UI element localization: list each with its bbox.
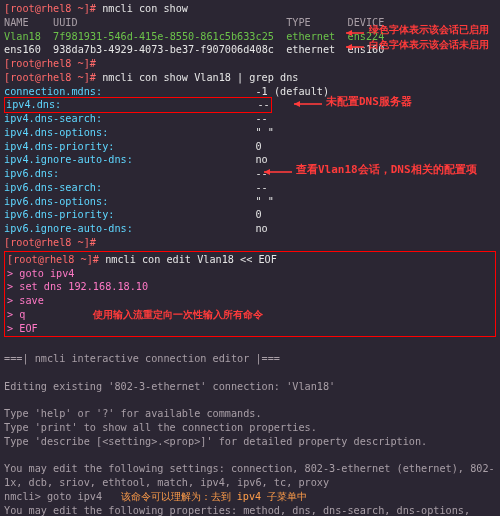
heredoc-line: > goto ipv4 bbox=[7, 267, 493, 281]
cmd: nmcli con show bbox=[102, 3, 188, 14]
arrow-icon bbox=[264, 167, 294, 177]
text-line bbox=[4, 393, 496, 407]
arrow-icon bbox=[294, 99, 324, 109]
arrow-icon bbox=[346, 28, 366, 38]
annotation-heredoc: 使用输入流重定向一次性输入所有命令 bbox=[93, 309, 263, 320]
heredoc-line: [root@rhel8 ~]# nmcli con edit Vlan18 <<… bbox=[7, 253, 493, 267]
editor-header: ===| nmcli interactive connection editor… bbox=[4, 352, 496, 366]
prop-row: ipv4.dns: -- bbox=[4, 98, 496, 112]
prop-row: ipv6.dns-search: -- bbox=[4, 181, 496, 195]
cmd-line-3[interactable]: [root@rhel8 ~]# nmcli con show Vlan18 | … bbox=[4, 71, 496, 85]
heredoc-box: [root@rhel8 ~]# nmcli con edit Vlan18 <<… bbox=[4, 251, 496, 338]
text-line: You may edit the following properties: m… bbox=[4, 504, 496, 516]
terminal-screen: [root@rhel8 ~]# nmcli con show NAME UUID… bbox=[0, 0, 500, 516]
heredoc-line: > save bbox=[7, 294, 493, 308]
heredoc-line: > set dns 192.168.18.10 bbox=[7, 280, 493, 294]
heredoc-line: > q 使用输入流重定向一次性输入所有命令 bbox=[7, 308, 493, 322]
prop-row: ipv6.dns-options: " " bbox=[4, 195, 496, 209]
text-line bbox=[4, 449, 496, 463]
prompt: [root@rhel8 ~]# bbox=[4, 72, 102, 83]
prop-row: ipv6.dns-priority: 0 bbox=[4, 208, 496, 222]
svg-marker-3 bbox=[346, 44, 352, 50]
svg-marker-7 bbox=[264, 169, 270, 175]
svg-marker-5 bbox=[294, 101, 300, 107]
cmd-line-2[interactable]: [root@rhel8 ~]# bbox=[4, 57, 496, 71]
prop-row: ipv4.dns-options: " " bbox=[4, 126, 496, 140]
annotation-no-dns: 未配置DNS服务器 bbox=[326, 95, 412, 110]
prop-row: ipv4.dns-search: -- bbox=[4, 112, 496, 126]
text-line bbox=[4, 338, 496, 352]
svg-marker-1 bbox=[346, 30, 352, 36]
prop-row: ipv6.ignore-auto-dns: no bbox=[4, 222, 496, 236]
prompt: [root@rhel8 ~]# bbox=[4, 3, 102, 14]
prompt: [root@rhel8 ~]# bbox=[4, 237, 102, 248]
prompt: [root@rhel8 ~]# bbox=[4, 58, 102, 69]
cmd-line-4[interactable]: [root@rhel8 ~]# bbox=[4, 236, 496, 250]
prop-row: connection.mdns: -1 (default) bbox=[4, 85, 496, 99]
cmd: nmcli con show Vlan18 | grep dns bbox=[102, 72, 298, 83]
annotation-dns-items: 查看Vlan18会话，DNS相关的配置项 bbox=[296, 163, 477, 178]
text-line: Type 'describe [<setting>.<prop>]' for d… bbox=[4, 435, 496, 449]
arrow-icon bbox=[346, 42, 366, 52]
editor-prompt-line[interactable]: nmcli> goto ipv4 该命令可以理解为：去到 ipv4 子菜单中 bbox=[4, 490, 496, 504]
heredoc-line: > EOF bbox=[7, 322, 493, 336]
text-line: You may edit the following settings: con… bbox=[4, 462, 496, 490]
editor-cmd: nmcli> goto ipv4 bbox=[4, 491, 121, 502]
text-line bbox=[4, 366, 496, 380]
annotation-goto: 该命令可以理解为：去到 ipv4 子菜单中 bbox=[121, 491, 308, 502]
cmd-line-1[interactable]: [root@rhel8 ~]# nmcli con show bbox=[4, 2, 496, 16]
annotation-white: 白色字体表示该会话未启用 bbox=[369, 38, 489, 52]
text-line: Type 'print' to show all the connection … bbox=[4, 421, 496, 435]
text-line: Editing existing '802-3-ethernet' connec… bbox=[4, 380, 496, 394]
annotation-green: 绿色字体表示该会话已启用 bbox=[369, 23, 489, 37]
text-line: Type 'help' or '?' for available command… bbox=[4, 407, 496, 421]
prop-row: ipv4.dns-priority: 0 bbox=[4, 140, 496, 154]
